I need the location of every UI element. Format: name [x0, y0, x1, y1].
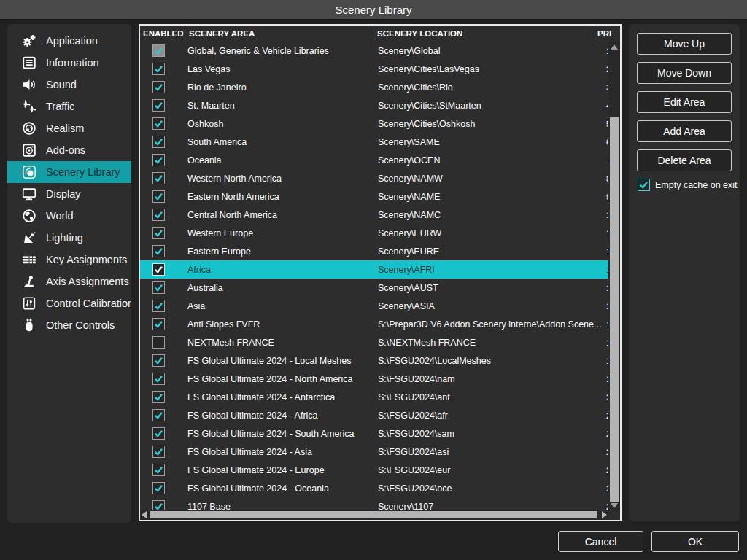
table-body: Global, Generic & Vehicle LibrariesScene…: [140, 42, 608, 510]
enabled-checkbox[interactable]: [152, 209, 165, 221]
dialog-title: Scenery Library: [335, 4, 411, 16]
column-header-priority[interactable]: PRI: [595, 26, 620, 42]
table-row[interactable]: OceaniaScenery\OCEN7: [140, 151, 608, 169]
move-up-button[interactable]: Move Up: [637, 33, 732, 55]
enabled-checkbox[interactable]: [152, 300, 165, 312]
table-row[interactable]: OshkoshScenery\Cities\Oshkosh5: [140, 114, 608, 133]
sidebar-item-information[interactable]: Information: [7, 52, 131, 74]
horizontal-scrollbar[interactable]: [140, 510, 608, 520]
sidebar-item-label: Traffic: [46, 101, 74, 112]
enabled-checkbox[interactable]: [152, 391, 165, 403]
column-header-scenery-location[interactable]: SCENERY LOCATION: [374, 26, 595, 42]
scenery-location-cell: Scenery\NAMC: [378, 210, 604, 220]
enabled-checkbox[interactable]: [152, 354, 165, 367]
table-row[interactable]: Global, Generic & Vehicle LibrariesScene…: [140, 42, 608, 60]
table-row[interactable]: AsiaScenery\ASIA15: [140, 297, 608, 315]
table-row[interactable]: FS Global Ultimate 2024 - South AmericaS…: [140, 424, 608, 443]
table-row[interactable]: FS Global Ultimate 2024 - AfricaS:\FSGU2…: [140, 406, 608, 424]
enabled-checkbox[interactable]: [152, 263, 165, 276]
sidebar-item-control-calibration[interactable]: Control Calibration: [7, 292, 131, 314]
enabled-checkbox[interactable]: [152, 281, 165, 294]
sidebar-item-key-assignments[interactable]: Key Assignments: [7, 249, 131, 271]
table-row[interactable]: FS Global Ultimate 2024 - AsiaS:\FSGU202…: [140, 443, 608, 461]
table-row[interactable]: Anti Slopes FVFRS:\Prepar3D V6 Addon Sce…: [140, 315, 608, 333]
ok-button[interactable]: OK: [651, 531, 739, 552]
edit-area-button[interactable]: Edit Area: [637, 91, 732, 113]
delete-area-button[interactable]: Delete Area: [637, 149, 732, 171]
table-row[interactable]: Las VegasScenery\Cities\LasVegas2: [140, 60, 608, 78]
sidebar-item-sound[interactable]: Sound: [7, 74, 131, 96]
horizontal-scrollbar-thumb[interactable]: [150, 511, 597, 518]
scroll-left-arrow-icon[interactable]: [142, 511, 147, 518]
enabled-checkbox[interactable]: [152, 245, 165, 257]
sidebar-item-label: Sound: [46, 79, 77, 90]
sidebar-item-world[interactable]: World: [7, 205, 131, 227]
sidebar-item-label: Add-ons: [46, 144, 85, 156]
sliders-icon: [21, 295, 37, 311]
sidebar-item-scenery-library[interactable]: Scenery Library: [7, 161, 131, 183]
table-row[interactable]: NEXTMesh FRANCES:\NEXTMesh FRANCE17: [140, 333, 608, 351]
table-row[interactable]: Eastern EuropeScenery\EURE12: [140, 242, 608, 260]
enabled-checkbox[interactable]: [152, 136, 165, 148]
enabled-checkbox[interactable]: [152, 99, 165, 112]
vertical-scrollbar-thumb[interactable]: [610, 117, 619, 502]
table-row[interactable]: FS Global Ultimate 2024 - North AmericaS…: [140, 370, 608, 388]
enabled-checkbox[interactable]: [152, 227, 165, 239]
enabled-checkbox[interactable]: [152, 190, 165, 203]
table-row[interactable]: FS Global Ultimate 2024 - Local MeshesS:…: [140, 351, 608, 370]
enabled-checkbox[interactable]: [152, 373, 165, 385]
add-area-button[interactable]: Add Area: [637, 120, 732, 142]
table-row[interactable]: St. MaartenScenery\Cities\StMaarten4: [140, 96, 608, 114]
enabled-checkbox[interactable]: [152, 44, 165, 57]
table-row[interactable]: South AmericaScenery\SAME6: [140, 133, 608, 151]
enabled-checkbox[interactable]: [152, 500, 165, 510]
empty-cache-checkbox[interactable]: [638, 179, 650, 191]
table-row[interactable]: FS Global Ultimate 2024 - EuropeS:\FSGU2…: [140, 461, 608, 479]
enabled-checkbox[interactable]: [152, 117, 165, 130]
column-header-enabled[interactable]: ENABLED: [140, 26, 185, 42]
scenery-location-cell: Scenery\AUST: [378, 283, 604, 293]
sidebar-item-traffic[interactable]: Traffic: [7, 96, 131, 117]
enabled-checkbox[interactable]: [152, 446, 165, 458]
table-row[interactable]: FS Global Ultimate 2024 - OceaniaS:\FSGU…: [140, 479, 608, 497]
sidebar-item-display[interactable]: Display: [7, 183, 131, 205]
enabled-checkbox[interactable]: [152, 318, 165, 330]
enabled-checkbox[interactable]: [152, 427, 165, 440]
scroll-down-arrow-icon[interactable]: [611, 503, 618, 508]
table-row[interactable]: Western EuropeScenery\EURW11: [140, 224, 608, 242]
scroll-up-arrow-icon[interactable]: [611, 44, 618, 50]
table-row[interactable]: AfricaScenery\AFRI13: [140, 260, 608, 279]
enabled-checkbox[interactable]: [152, 409, 165, 421]
sidebar-item-lighting[interactable]: Lighting: [7, 227, 131, 249]
sidebar-item-label: Axis Assignments: [46, 276, 129, 287]
enabled-checkbox[interactable]: [152, 63, 165, 75]
enabled-checkbox[interactable]: [152, 81, 165, 93]
vertical-scrollbar[interactable]: [608, 42, 620, 511]
table-row[interactable]: Rio de JaneiroScenery\Cities\Rio3: [140, 78, 608, 96]
sidebar-item-label: Application: [46, 35, 98, 47]
cancel-button[interactable]: Cancel: [558, 531, 643, 552]
enabled-checkbox[interactable]: [152, 336, 165, 349]
enabled-checkbox[interactable]: [152, 464, 165, 476]
scroll-right-arrow-icon[interactable]: [602, 511, 607, 518]
sidebar-item-axis-assignments[interactable]: Axis Assignments: [7, 271, 131, 292]
table-row[interactable]: 1107 BaseScenery\110726: [140, 497, 608, 510]
table-row[interactable]: Eastern North AmericaScenery\NAME9: [140, 187, 608, 206]
enabled-checkbox[interactable]: [152, 172, 165, 184]
sidebar-item-application[interactable]: Application: [7, 30, 131, 52]
scenery-location-cell: Scenery\Cities\Oshkosh: [378, 119, 604, 129]
table-row[interactable]: Western North AmericaScenery\NAMW8: [140, 169, 608, 187]
scenery-area-cell: FS Global Ultimate 2024 - Local Meshes: [187, 356, 376, 366]
table-row[interactable]: Central North AmericaScenery\NAMC10: [140, 206, 608, 224]
scenery-area-cell: FS Global Ultimate 2024 - North America: [187, 374, 376, 384]
table-row[interactable]: AustraliaScenery\AUST14: [140, 279, 608, 297]
table-row[interactable]: FS Global Ultimate 2024 - AntarcticaS:\F…: [140, 388, 608, 406]
move-down-button[interactable]: Move Down: [637, 62, 732, 84]
sidebar-item-other-controls[interactable]: Other Controls: [7, 314, 131, 336]
column-header-scenery-area[interactable]: SCENERY AREA: [185, 26, 374, 42]
sidebar-item-label: Scenery Library: [46, 166, 120, 178]
enabled-checkbox[interactable]: [152, 154, 165, 166]
sidebar-item-realism[interactable]: Realism: [7, 117, 131, 139]
enabled-checkbox[interactable]: [152, 482, 165, 494]
sidebar-item-add-ons[interactable]: Add-ons: [7, 139, 131, 161]
